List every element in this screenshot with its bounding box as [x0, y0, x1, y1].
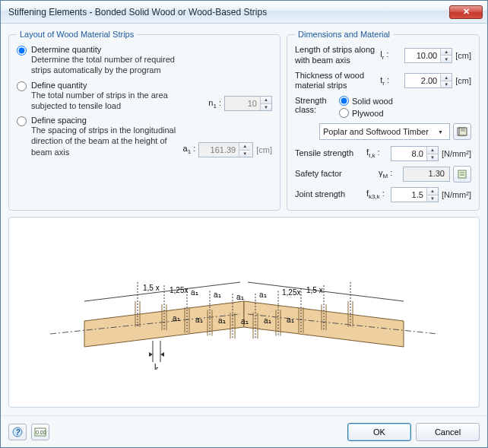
- gamma-m-value: 1.30: [403, 167, 450, 182]
- opt-define-qty-desc: The total number of strips in the area s…: [31, 90, 191, 112]
- lr-up[interactable]: ▲: [441, 49, 452, 56]
- settings-icon: [457, 169, 467, 180]
- length-label: Length of strips along with beam axis: [295, 45, 377, 66]
- fk3k-input[interactable]: [391, 188, 426, 202]
- lr-spinner[interactable]: ▲▼: [404, 48, 452, 63]
- ok-button[interactable]: OK: [347, 423, 411, 441]
- svg-text:0.00: 0.00: [36, 430, 46, 435]
- a1-up[interactable]: ▲: [239, 143, 250, 151]
- n1-spinner[interactable]: ▲▼: [224, 96, 272, 111]
- svg-text:a₁: a₁: [241, 316, 249, 325]
- tr-spinner[interactable]: ▲▼: [404, 73, 452, 88]
- book-icon: [457, 126, 467, 137]
- svg-text:1,25x: 1,25x: [282, 288, 300, 297]
- opt-define-spacing-desc: The spacing of strips in the longitudina…: [31, 125, 177, 157]
- safety-settings-button[interactable]: [453, 166, 471, 183]
- radio-solid-label: Solid wood: [352, 97, 393, 106]
- radio-solid-wood[interactable]: [339, 96, 349, 106]
- titlebar: Stiffening Elements - Bonded Solid Wood …: [1, 1, 487, 24]
- strength-class-label: Strength class:: [295, 96, 333, 120]
- opt-define-spacing[interactable]: Define spacing The spacing of strips in …: [17, 116, 272, 157]
- lr-symbol: lr :: [380, 49, 401, 61]
- timber-type-combo[interactable]: Poplar and Softwood Timber ▼: [319, 123, 450, 140]
- tensile-label: Tensile strength: [295, 148, 363, 159]
- svg-text:1,5 x: 1,5 x: [306, 285, 323, 294]
- dimensions-legend: Dimensions and Material: [295, 30, 393, 39]
- n1-input[interactable]: [225, 97, 260, 110]
- joint-label: Joint strength: [295, 189, 363, 200]
- tr-unit: [cm]: [455, 76, 471, 85]
- svg-text:a₁: a₁: [191, 288, 198, 297]
- ftk-unit: [N/mm²]: [442, 149, 471, 158]
- svg-text:?: ?: [16, 428, 21, 437]
- a1-spinner[interactable]: ▲▼: [198, 142, 253, 157]
- radio-plywood[interactable]: [339, 108, 349, 118]
- ftk-up[interactable]: ▲: [427, 147, 438, 154]
- svg-marker-59: [149, 352, 153, 357]
- svg-text:a₁: a₁: [214, 291, 221, 299]
- opt-determine-quantity[interactable]: Determine quantity Determine the total n…: [17, 45, 272, 76]
- a1-down[interactable]: ▼: [239, 151, 250, 157]
- diagram-panel: 1,5 x1,25xa₁a₁a₁a₁1,25x1,5 x a₁a₁a₁a₁a₁a…: [8, 217, 480, 408]
- svg-text:1,25x: 1,25x: [170, 286, 188, 294]
- content-area: Layout of Wood Material Strips Determine…: [1, 24, 487, 415]
- layout-group: Layout of Wood Material Strips Determine…: [8, 30, 280, 211]
- thick-label: Thickness of wood material strips: [295, 71, 377, 92]
- library-button[interactable]: [453, 123, 471, 140]
- timber-type-value: Poplar and Softwood Timber: [323, 127, 435, 136]
- fk3k-up[interactable]: ▲: [427, 188, 438, 195]
- chevron-down-icon[interactable]: ▼: [435, 124, 446, 139]
- units-icon: 0.00: [34, 427, 46, 437]
- beam-diagram: 1,5 x1,25xa₁a₁a₁a₁1,25x1,5 x a₁a₁a₁a₁a₁a…: [31, 256, 457, 370]
- svg-text:a₁: a₁: [195, 315, 203, 323]
- svg-text:a₁: a₁: [264, 316, 271, 324]
- opt-define-spacing-title: Define spacing: [31, 116, 177, 125]
- a1-unit: [cm]: [256, 145, 272, 154]
- help-icon: ?: [12, 427, 23, 437]
- svg-line-10: [248, 282, 404, 301]
- radio-plywood-row[interactable]: Plywood: [339, 108, 393, 118]
- safety-label: Safety factor: [295, 169, 376, 180]
- window-title: Stiffening Elements - Bonded Solid Wood …: [5, 7, 449, 17]
- ftk-spinner[interactable]: ▲▼: [391, 146, 439, 161]
- n1-down[interactable]: ▼: [261, 104, 271, 111]
- tr-symbol: tr :: [380, 75, 401, 87]
- gamma-m-symbol: γM :: [379, 168, 400, 180]
- svg-rect-4: [458, 170, 466, 178]
- radio-define-spacing[interactable]: [17, 116, 27, 126]
- radio-plywood-label: Plywood: [352, 109, 384, 118]
- opt-determine-desc: Determine the total number of required s…: [31, 54, 191, 76]
- lr-down[interactable]: ▼: [441, 56, 452, 62]
- lr-input[interactable]: [405, 49, 440, 62]
- units-button[interactable]: 0.00: [31, 424, 49, 440]
- radio-solid-wood-row[interactable]: Solid wood: [339, 96, 393, 106]
- opt-define-quantity[interactable]: Define quantity The total number of stri…: [17, 81, 272, 112]
- svg-text:a₁: a₁: [259, 291, 267, 299]
- ftk-input[interactable]: [391, 147, 426, 160]
- svg-text:1,5 x: 1,5 x: [143, 283, 160, 291]
- fk3k-symbol: fk3,k :: [366, 189, 388, 200]
- svg-marker-60: [160, 352, 164, 357]
- tr-down[interactable]: ▼: [441, 81, 452, 88]
- lr-diagram-label: lᵣ: [154, 362, 158, 370]
- a1-input[interactable]: [199, 143, 239, 157]
- cancel-button[interactable]: Cancel: [416, 423, 480, 441]
- radio-define-quantity[interactable]: [17, 81, 27, 91]
- dialog-window: Stiffening Elements - Bonded Solid Wood …: [0, 0, 488, 448]
- tr-up[interactable]: ▲: [441, 74, 452, 81]
- n1-symbol: n1 :: [208, 98, 221, 110]
- n1-up[interactable]: ▲: [261, 97, 271, 104]
- lr-unit: [cm]: [455, 51, 471, 60]
- svg-text:a₁: a₁: [236, 293, 244, 301]
- opt-define-qty-title: Define quantity: [31, 81, 202, 90]
- fk3k-down[interactable]: ▼: [427, 195, 438, 202]
- radio-determine-quantity[interactable]: [17, 46, 27, 56]
- fk3k-spinner[interactable]: ▲▼: [391, 187, 439, 202]
- dimensions-group: Dimensions and Material Length of strips…: [287, 30, 480, 211]
- help-button[interactable]: ?: [8, 424, 27, 440]
- svg-text:a₁: a₁: [218, 316, 226, 324]
- tr-input[interactable]: [405, 74, 440, 87]
- close-button[interactable]: ✕: [449, 5, 483, 19]
- ftk-down[interactable]: ▼: [427, 154, 438, 161]
- svg-text:a₁: a₁: [287, 315, 294, 323]
